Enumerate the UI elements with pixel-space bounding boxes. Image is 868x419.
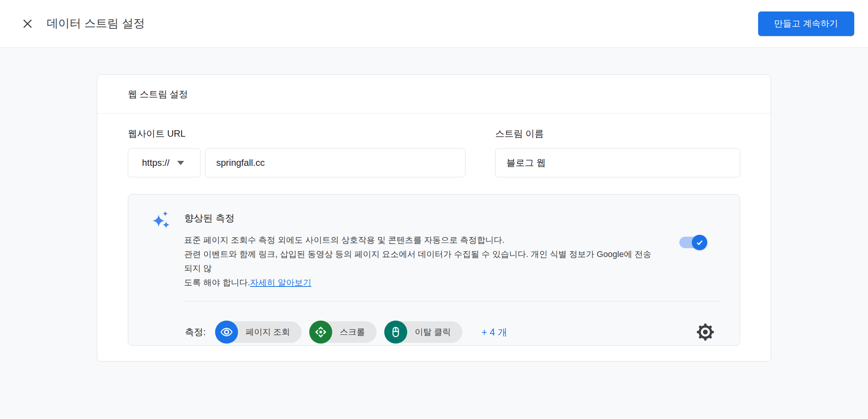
learn-more-link[interactable]: 자세히 알아보기 [250,278,311,287]
description-line-1: 표준 페이지 조회수 측정 외에도 사이트의 상호작용 및 콘텐츠를 자동으로 … [184,233,659,247]
scroll-icon [314,326,327,339]
chevron-down-icon [177,161,184,165]
enhanced-measurement-box: 향상된 측정 표준 페이지 조회수 측정 외에도 사이트의 상호작용 및 콘텐츠… [128,194,740,346]
chip-outbound-click: 이탈 클릭 [385,321,462,343]
stream-form: 웹사이트 URL https:// 스트림 이름 [128,128,740,177]
outbound-click-badge [384,321,407,344]
website-url-group: 웹사이트 URL https:// [128,128,465,177]
sparkle-icon [151,210,171,230]
close-button[interactable] [18,15,37,33]
top-bar: 데이터 스트림 설정 만들고 계속하기 [0,0,868,47]
protocol-select[interactable]: https:// [128,148,201,177]
website-url-label: 웹사이트 URL [128,128,465,140]
stream-name-group: 스트림 이름 [495,128,740,177]
chip-label: 페이지 조회 [246,326,290,338]
enhanced-title: 향상된 측정 [184,208,659,224]
chip-label: 이탈 클릭 [415,326,451,338]
chip-page-view: 페이지 조회 [216,321,302,343]
enhanced-text-block: 향상된 측정 표준 페이지 조회수 측정 외에도 사이트의 상호작용 및 콘텐츠… [184,208,659,290]
stream-name-input[interactable] [495,148,740,177]
stream-name-label: 스트림 이름 [495,128,740,140]
chip-scroll: 스크롤 [310,321,377,343]
more-measurements-link[interactable]: + 4 개 [481,326,507,339]
description-line-2: 관련 이벤트와 함께 링크, 삽입된 동영상 등의 페이지 요소에서 데이터가 … [184,247,659,275]
page-view-badge [215,321,238,344]
eye-icon [220,326,233,339]
check-icon [695,238,704,247]
measurement-settings-button[interactable] [695,321,716,343]
enhanced-description: 표준 페이지 조회수 측정 외에도 사이트의 상호작용 및 콘텐츠를 자동으로 … [184,233,659,290]
description-line-3: 도록 해야 합니다.자세히 알아보기 [184,275,659,290]
enhanced-measurement-toggle[interactable] [679,237,706,248]
protocol-value: https:// [142,157,170,168]
create-continue-button[interactable]: 만들고 계속하기 [758,11,854,36]
card-title: 웹 스트림 설정 [128,88,188,100]
mouse-icon [389,326,402,339]
card-body: 웹사이트 URL https:// 스트림 이름 [97,114,771,346]
web-stream-card: 웹 스트림 설정 웹사이트 URL https:// 스트림 이름 [97,74,771,362]
page-background: 웹 스트림 설정 웹사이트 URL https:// 스트림 이름 [0,47,868,419]
toggle-thumb [692,235,707,250]
scroll-badge [309,321,332,344]
measure-label: 측정: [185,326,206,338]
card-header: 웹 스트림 설정 [97,75,771,114]
website-url-input[interactable] [205,148,465,177]
chip-label: 스크롤 [340,326,365,338]
page-title: 데이터 스트림 설정 [47,16,145,31]
measurement-row: 측정: 페이지 조회 [128,301,740,363]
gear-icon [696,323,715,341]
close-icon [21,17,34,31]
